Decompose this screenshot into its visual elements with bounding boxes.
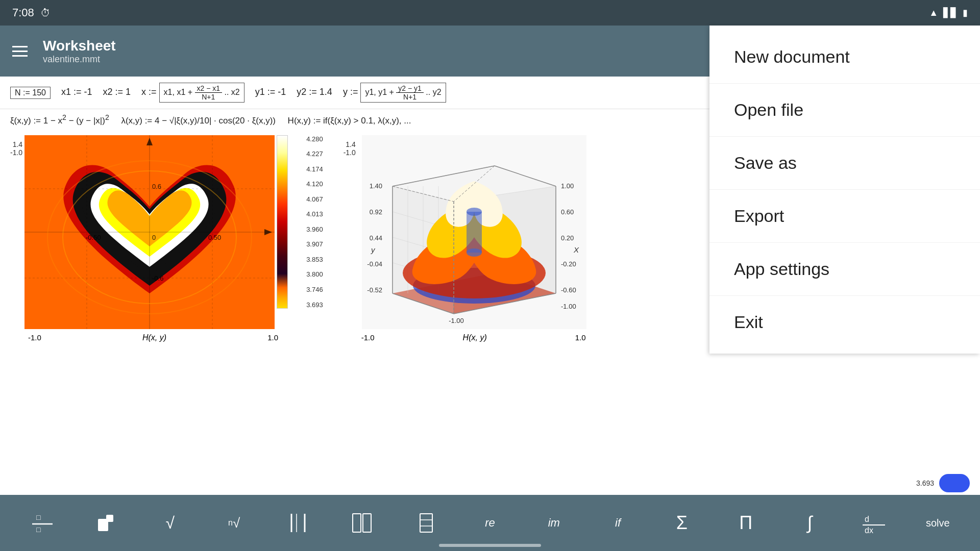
toolbar-integral[interactable]: ∫ <box>795 512 825 534</box>
x2-assign: x2 := 1 <box>103 87 131 97</box>
menu-item-save-as[interactable]: Save as <box>709 137 980 190</box>
battery-icon: ▮ <box>963 7 968 18</box>
y1-assign: y1 := -1 <box>255 87 286 97</box>
cb-val-2: 4.227 <box>306 150 323 158</box>
open-file-label: Open file <box>734 100 803 119</box>
app-settings-label: App settings <box>734 259 829 279</box>
svg-text:0.50: 0.50 <box>208 234 221 241</box>
hamburger-menu[interactable] <box>12 46 28 57</box>
svg-rect-65 <box>420 514 432 532</box>
cb-val-3: 4.174 <box>306 165 323 173</box>
x-max-label: 1.0 <box>267 333 278 342</box>
toolbar-if[interactable]: if <box>603 516 633 530</box>
right-x-max: 1.0 <box>575 333 586 342</box>
svg-text:1.00: 1.00 <box>561 182 574 190</box>
svg-rect-30 <box>467 212 482 253</box>
colorbar-gradient <box>277 135 288 309</box>
right-y-min: -1.0 <box>344 148 356 157</box>
svg-text:-0.50: -0.50 <box>86 234 101 241</box>
toolbar-absolute[interactable] <box>283 512 313 534</box>
toolbar-solve[interactable]: solve <box>922 517 953 529</box>
y-formula: y1, y1 + y2 − y1 N+1 .. y2 <box>360 83 446 103</box>
heart-svg: 0.6 -0.6 -0.50 0.50 0 <box>24 135 275 329</box>
y2-assign: y2 := 1.4 <box>297 87 332 97</box>
svg-point-31 <box>467 248 482 257</box>
toolbar-sum[interactable]: Σ <box>667 512 697 534</box>
toolbar-nth-root[interactable]: n√ <box>219 515 250 531</box>
y-max-label: 1.4 <box>13 140 22 148</box>
cb-val-5: 4.067 <box>306 195 323 203</box>
action-button[interactable] <box>939 474 970 492</box>
h-def: H(x,y) := if(ξ(x,y) > 0.1, λ(x,y), ... <box>288 116 411 126</box>
toolbar-im[interactable]: im <box>538 516 569 530</box>
cb-val-6: 4.013 <box>306 210 323 218</box>
app-title-group: Worksheet valentine.mmt <box>43 38 116 65</box>
app-title: Worksheet <box>43 38 116 54</box>
svg-text:□: □ <box>36 513 41 521</box>
chart-3d: 1.40 0.92 0.44 -0.04 -0.52 -1.00 1.00 0.… <box>362 135 586 331</box>
heart-chart: 0.6 -0.6 -0.50 0.50 0 <box>24 135 275 331</box>
x-assign: x := <box>141 87 157 97</box>
svg-text:-1.00: -1.00 <box>449 317 464 324</box>
wifi-icon: ▲ <box>929 8 938 18</box>
cb-val-12: 3.693 <box>306 301 323 309</box>
svg-text:0.20: 0.20 <box>561 234 574 242</box>
cb-val-4: 4.120 <box>306 180 323 188</box>
export-label: Export <box>734 206 784 226</box>
toolbar-sqrt[interactable]: √ <box>155 514 185 533</box>
app-subtitle: valentine.mmt <box>43 54 116 65</box>
svg-text:0.92: 0.92 <box>369 208 382 216</box>
dropdown-menu: New document Open file Save as Export Ap… <box>709 26 980 354</box>
menu-item-exit[interactable]: Exit <box>709 296 980 348</box>
menu-item-app-settings[interactable]: App settings <box>709 243 980 296</box>
cb-val-9: 3.853 <box>306 256 323 263</box>
time-display: 7:08 <box>12 6 34 19</box>
svg-text:-0.6: -0.6 <box>152 274 163 282</box>
chart-left: 1.4 -1.0 <box>10 135 323 495</box>
svg-rect-64 <box>363 514 371 532</box>
cb-val-7: 3.960 <box>306 226 323 233</box>
cb-val-8: 3.907 <box>306 240 323 248</box>
x-chart-label: H(x, y) <box>142 333 166 342</box>
colorbar-min-value: 3.693 <box>916 479 934 487</box>
x1-assign: x1 := -1 <box>61 87 92 97</box>
svg-text:0.60: 0.60 <box>561 208 574 216</box>
svg-text:d: d <box>865 515 869 523</box>
right-x-label: H(x, y) <box>463 333 487 342</box>
save-as-label: Save as <box>734 153 797 172</box>
toolbar-fraction[interactable]: □□ <box>27 512 58 534</box>
toolbar-derivative[interactable]: d dx <box>859 512 889 534</box>
colorbar-labels <box>301 135 305 309</box>
status-bar: 7:08 ⏱ ▲ ▋▊ ▮ <box>0 0 980 26</box>
svg-text:□: □ <box>36 525 41 534</box>
toolbar-superscript[interactable] <box>91 512 121 534</box>
svg-rect-59 <box>106 515 113 522</box>
exit-label: Exit <box>734 312 763 332</box>
svg-text:-0.60: -0.60 <box>561 286 576 294</box>
status-icons: ▲ ▋▊ ▮ <box>929 7 968 18</box>
menu-item-new-document[interactable]: New document <box>709 31 980 84</box>
right-y-max: 1.4 <box>346 140 355 148</box>
x-min-label: -1.0 <box>28 333 41 342</box>
bottom-toolbar: □□ √ n√ re im if Σ Π ∫ d <box>0 495 980 551</box>
home-indicator <box>439 544 541 547</box>
cb-val-10: 3.800 <box>306 270 323 278</box>
y-min-label: -1.0 <box>10 148 22 157</box>
menu-item-open-file[interactable]: Open file <box>709 84 980 137</box>
3d-chart-svg: 1.40 0.92 0.44 -0.04 -0.52 -1.00 1.00 0.… <box>362 135 586 329</box>
toolbar-matrix2[interactable] <box>347 512 377 534</box>
toolbar-re[interactable]: re <box>475 516 505 530</box>
svg-text:-1.00: -1.00 <box>561 303 576 310</box>
colorbar-left <box>275 135 305 329</box>
svg-text:-0.52: -0.52 <box>367 286 382 294</box>
n-assign: N := 150 <box>10 87 51 99</box>
menu-item-export[interactable]: Export <box>709 190 980 243</box>
svg-text:-0.20: -0.20 <box>561 260 576 268</box>
x-formula: x1, x1 + x2 − x1 N+1 .. x2 <box>159 83 244 103</box>
toolbar-matrix1[interactable] <box>411 512 442 534</box>
svg-text:X: X <box>573 245 579 254</box>
right-x-min: -1.0 <box>361 333 375 342</box>
signal-icon: ▋▊ <box>943 7 958 18</box>
svg-rect-63 <box>353 514 361 532</box>
toolbar-product[interactable]: Π <box>730 512 761 534</box>
